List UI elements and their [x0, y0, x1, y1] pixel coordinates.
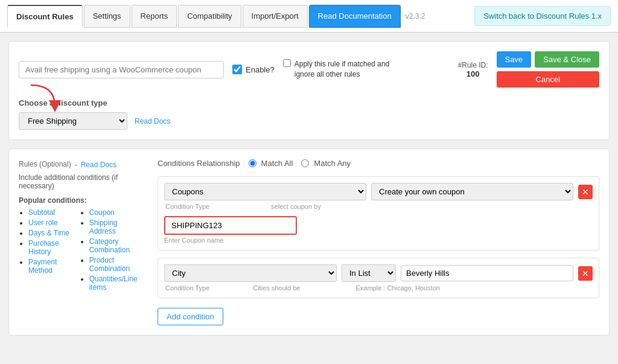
condition-2-remove-button[interactable]: ✕ [578, 266, 593, 281]
condition-2-fields: City Coupons Subtotal In List Not In Lis… [164, 264, 593, 282]
condition-quantities-link[interactable]: Quantities/Line items [89, 275, 138, 292]
tab-reports[interactable]: Reports [132, 5, 177, 28]
rule-card: Enable? Apply this rule if matched and i… [8, 41, 610, 140]
condition-coupon-link[interactable]: Coupon [89, 208, 115, 217]
tab-compatibility[interactable]: Compatibility [178, 5, 241, 28]
match-any-label: Match Any [314, 159, 351, 168]
condition-2-operator-select[interactable]: In List Not In List [342, 264, 396, 282]
condition-2-type-select[interactable]: City Coupons Subtotal [164, 264, 337, 282]
read-docs-link[interactable]: Read Docs [135, 117, 170, 126]
coupon-input-label: Enter Coupon name [164, 237, 593, 244]
condition-row-1: Coupons City Subtotal Create your own co… [158, 176, 599, 251]
tab-read-documentation[interactable]: Read Documentation [309, 5, 401, 28]
condition-user-role-link[interactable]: User role [28, 219, 58, 227]
save-close-button[interactable]: Save & Close [535, 51, 599, 68]
condition-2-example: Example : Chicago, Houston [354, 284, 439, 292]
condition-subtotal-link[interactable]: Subtotal [28, 208, 55, 217]
condition-1-type-label: Condition Type [164, 203, 209, 210]
condition-2-type-label: Condition Type [164, 284, 209, 292]
condition-purchase-history-link[interactable]: Purchase History [28, 239, 59, 256]
match-all-radio[interactable] [249, 159, 256, 167]
match-any-radio[interactable] [301, 159, 309, 167]
rules-main-panel: Conditions Relationship Match All Match … [158, 159, 599, 325]
main-content: Enable? Apply this rule if matched and i… [0, 33, 618, 344]
version-label: v2.3.2 [406, 12, 425, 21]
condition-1-fields: Coupons City Subtotal Create your own co… [164, 183, 593, 200]
discount-type-label: Choose a discount type [19, 98, 599, 107]
condition-1-type-select[interactable]: Coupons City Subtotal [164, 183, 366, 200]
popular-label: Popular conditions: [19, 196, 145, 205]
rules-description: Include additional conditions (if necess… [19, 173, 145, 190]
enable-section: Enable? [232, 65, 275, 74]
match-all-radio-group: Match All [249, 159, 293, 168]
save-button[interactable]: Save [497, 51, 532, 68]
conditions-col-1: Subtotal User role Days & Time Purchase … [19, 208, 71, 293]
condition-category-combination-link[interactable]: Category Combination [89, 237, 130, 254]
apply-rule-section: Apply this rule if matched and ignore al… [283, 59, 404, 80]
condition-row-2: City Coupons Subtotal In List Not In Lis… [158, 258, 599, 298]
rules-card: Rules (Optional) - Read Docs Include add… [8, 148, 610, 336]
apply-rule-label: Apply this rule if matched and ignore al… [295, 59, 404, 80]
match-any-radio-group: Match Any [301, 159, 351, 168]
add-condition-button[interactable]: Add condition [158, 308, 223, 325]
rule-name-input[interactable] [19, 61, 224, 78]
red-arrow-icon [25, 82, 61, 112]
conditions-relationship-label: Conditions Relationship [158, 159, 240, 168]
action-buttons: Save Save & Close Cancel [497, 51, 599, 88]
condition-2-value-input[interactable] [401, 265, 573, 281]
rules-title: Rules (Optional) [19, 159, 71, 168]
condition-1-value-select[interactable]: Create your own coupon Use existing coup… [371, 183, 573, 200]
apply-rule-checkbox[interactable] [283, 59, 291, 67]
conditions-relationship-bar: Conditions Relationship Match All Match … [158, 159, 599, 168]
match-all-label: Match All [261, 159, 293, 168]
enable-checkbox[interactable] [232, 65, 242, 74]
discount-type-select[interactable]: Free Shipping Percentage Discount Fixed … [19, 112, 127, 130]
rule-id-value: 100 [458, 69, 488, 78]
condition-1-value-label: select coupon by [270, 203, 321, 210]
tab-settings[interactable]: Settings [84, 5, 130, 28]
top-navigation: Discount Rules Settings Reports Compatib… [0, 0, 618, 33]
switch-back-button[interactable]: Switch back to Discount Rules 1.x [474, 6, 611, 26]
coupon-input-wrapper: Enter Coupon name [164, 216, 593, 244]
rules-sidebar: Rules (Optional) - Read Docs Include add… [19, 159, 145, 325]
coupon-name-input[interactable] [164, 216, 297, 235]
rules-read-docs-link[interactable]: Read Docs [81, 161, 116, 169]
discount-type-section: Choose a discount type Free Shipping Per… [19, 98, 599, 130]
condition-1-remove-button[interactable]: ✕ [578, 185, 593, 199]
cancel-button[interactable]: Cancel [497, 71, 599, 88]
rule-id-label: #Rule ID: [458, 61, 488, 69]
condition-product-combination-link[interactable]: Product Combination [89, 256, 130, 273]
enable-label: Enable? [246, 65, 275, 74]
condition-payment-method-link[interactable]: Payment Method [28, 258, 57, 275]
condition-days-time-link[interactable]: Days & Time [28, 229, 69, 237]
rule-id-section: #Rule ID: 100 [458, 61, 488, 78]
discount-type-row: Free Shipping Percentage Discount Fixed … [19, 112, 599, 130]
conditions-columns: Subtotal User role Days & Time Purchase … [19, 208, 145, 293]
condition-shipping-address-link[interactable]: Shipping Address [89, 219, 118, 235]
tab-import-export[interactable]: Import/Export [243, 5, 308, 28]
condition-2-cities-label: Cities should be [252, 284, 300, 292]
tab-discount-rules[interactable]: Discount Rules [7, 5, 83, 28]
rule-bar: Enable? Apply this rule if matched and i… [19, 51, 599, 88]
conditions-col-2: Coupon Shipping Address Category Combina… [80, 208, 145, 293]
